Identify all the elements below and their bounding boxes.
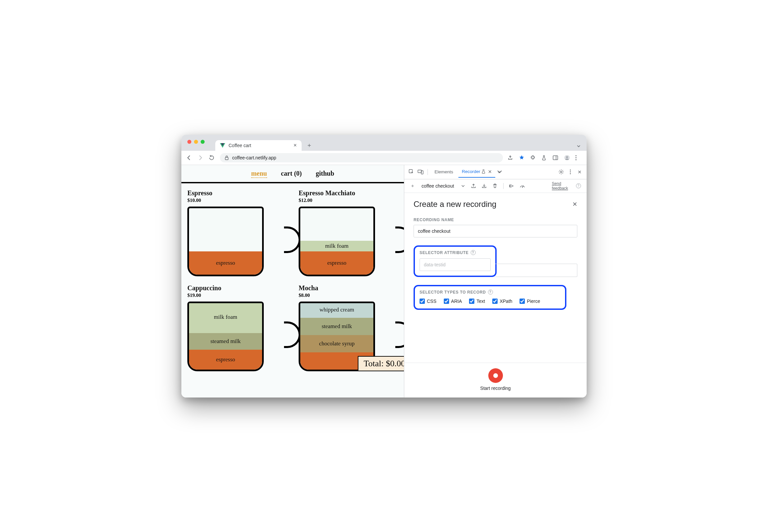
svg-rect-2 — [225, 157, 228, 160]
nav-link-github[interactable]: github — [316, 170, 334, 178]
recording-name-input[interactable] — [414, 225, 577, 237]
product-card[interactable]: Mocha$8.00whipped creamsteamed milkchoco… — [299, 284, 398, 371]
devtools-settings-icon[interactable] — [557, 168, 565, 176]
checkbox-input[interactable] — [444, 299, 449, 304]
mug-handle — [284, 321, 301, 348]
devtools-close-icon[interactable]: ✕ — [576, 168, 583, 176]
reload-button[interactable] — [209, 155, 215, 160]
extensions-icon[interactable] — [530, 155, 537, 160]
selector-type-checkbox[interactable]: XPath — [492, 299, 512, 304]
share-icon[interactable] — [508, 155, 514, 160]
omnibox[interactable]: coffee-cart.netlify.app — [220, 153, 503, 162]
selector-types-section: SELECTOR TYPES TO RECORD ? CSSARIATextXP… — [414, 285, 566, 310]
tab-recorder[interactable]: Recorder ✕ — [458, 166, 495, 178]
svg-point-6 — [566, 156, 568, 158]
selector-attribute-input-extension[interactable] — [495, 264, 577, 277]
product-card[interactable]: Espresso Macchiato$12.00milk foamespress… — [299, 189, 398, 276]
vue-favicon-icon — [220, 143, 225, 148]
ingredient-layer: steamed milk — [189, 333, 262, 350]
content-area: menu cart (0) github Espresso$10.00espre… — [181, 165, 587, 398]
checkbox-label: CSS — [427, 299, 436, 304]
selector-types-help-icon[interactable]: ? — [488, 290, 493, 295]
selector-attribute-help-icon[interactable]: ? — [471, 250, 476, 255]
bookmark-star-icon[interactable] — [519, 155, 526, 160]
ingredient-layer: milk foam — [189, 302, 262, 333]
back-button[interactable] — [186, 155, 193, 161]
ingredient-layer: whipped cream — [300, 302, 373, 318]
selector-type-checkbox[interactable]: CSS — [420, 299, 436, 304]
svg-point-7 — [575, 155, 576, 156]
recorder-footer: Start recording — [404, 363, 587, 398]
product-price: $8.00 — [299, 293, 398, 298]
browser-tab[interactable]: Coffee cart ✕ — [215, 140, 302, 151]
ingredient-layer: chocolate syrup — [300, 335, 373, 352]
svg-point-16 — [570, 173, 571, 174]
devtools-panel: Elements Recorder ✕ » ✕ — [404, 165, 587, 398]
checkbox-input[interactable] — [492, 299, 498, 304]
selector-type-checkbox[interactable]: Pierce — [520, 299, 540, 304]
more-tabs-icon[interactable]: » — [497, 168, 505, 176]
performance-icon[interactable] — [519, 182, 526, 190]
cart-total-badge[interactable]: Total: $0.00 — [358, 356, 404, 371]
site-nav: menu cart (0) github — [181, 165, 404, 183]
help-icon[interactable]: ? — [575, 182, 582, 190]
selector-attribute-section: SELECTOR ATTRIBUTE ? — [414, 245, 497, 277]
start-recording-button[interactable] — [488, 368, 503, 383]
forward-button[interactable] — [197, 155, 204, 161]
address-bar: coffee-cart.netlify.app — [181, 151, 587, 165]
window-controls — [187, 140, 205, 144]
product-name: Cappuccino — [187, 284, 287, 292]
svg-rect-11 — [418, 170, 422, 173]
minimize-window-button[interactable] — [194, 140, 198, 144]
tab-recorder-close-icon[interactable]: ✕ — [488, 169, 492, 174]
recording-dropdown-icon[interactable] — [459, 182, 467, 190]
ingredient-layer: steamed milk — [300, 318, 373, 335]
panel-close-icon[interactable]: ✕ — [572, 201, 577, 208]
webpage: menu cart (0) github Espresso$10.00espre… — [181, 165, 404, 398]
checkbox-input[interactable] — [469, 299, 474, 304]
checkbox-input[interactable] — [520, 299, 525, 304]
url-text: coffee-cart.netlify.app — [232, 155, 276, 160]
tab-elements[interactable]: Elements — [431, 167, 456, 177]
close-window-button[interactable] — [187, 140, 191, 144]
nav-link-menu[interactable]: menu — [251, 170, 267, 178]
side-panel-icon[interactable] — [553, 155, 559, 160]
mug-handle — [395, 321, 404, 348]
recording-name-label: RECORDING NAME — [414, 218, 577, 222]
product-card[interactable]: Espresso$10.00espresso — [187, 189, 287, 276]
product-name: Espresso Macchiato — [299, 189, 398, 197]
product-card[interactable]: Cappuccino$19.00milk foamsteamed milkesp… — [187, 284, 287, 371]
replay-icon[interactable] — [508, 182, 516, 190]
selector-type-checkbox[interactable]: Text — [469, 299, 485, 304]
ingredient-layer: milk foam — [300, 241, 373, 251]
export-icon[interactable] — [470, 182, 477, 190]
kebab-menu-icon[interactable] — [575, 155, 582, 160]
labs-icon[interactable] — [541, 155, 548, 160]
maximize-window-button[interactable] — [201, 140, 205, 144]
selector-type-checkbox[interactable]: ARIA — [444, 299, 462, 304]
titlebar: Coffee cart ✕ ＋ — [181, 135, 587, 151]
send-feedback-link[interactable]: Send feedback — [552, 181, 568, 191]
nav-link-cart[interactable]: cart (0) — [281, 170, 302, 178]
product-price: $19.00 — [187, 293, 287, 298]
inspect-element-icon[interactable] — [408, 168, 415, 176]
tab-close-icon[interactable]: ✕ — [293, 143, 297, 148]
import-icon[interactable] — [481, 182, 488, 190]
new-recording-icon[interactable]: ＋ — [409, 182, 416, 190]
start-recording-label: Start recording — [404, 386, 587, 391]
product-name: Mocha — [299, 284, 398, 292]
checkbox-label: XPath — [500, 299, 512, 304]
selector-attribute-input[interactable] — [420, 258, 491, 271]
recorder-body: Create a new recording ✕ RECORDING NAME … — [404, 193, 587, 362]
new-tab-button[interactable]: ＋ — [304, 140, 314, 150]
checkbox-input[interactable] — [420, 299, 425, 304]
ingredient-layer: espresso — [189, 350, 262, 370]
tabs-dropdown-icon[interactable] — [576, 143, 581, 149]
devtools-kebab-icon[interactable] — [567, 168, 574, 176]
mug: whipped creamsteamed milkchocolate syrup… — [299, 302, 398, 371]
profile-icon[interactable] — [564, 155, 571, 161]
mug: milk foamsteamed milkespresso — [187, 302, 287, 371]
delete-icon[interactable] — [491, 182, 499, 190]
ingredient-layer: espresso — [300, 251, 373, 275]
device-toggle-icon[interactable] — [417, 168, 424, 176]
